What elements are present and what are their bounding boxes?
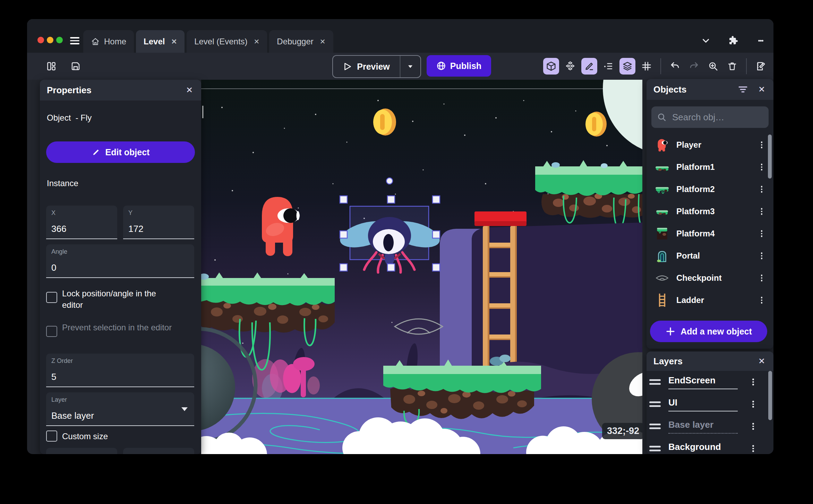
object-row-menu-icon[interactable] [761,185,763,194]
z-order-field[interactable]: Z Order 5 [46,354,194,387]
object-row-menu-icon[interactable] [761,140,763,149]
layers-scrollbar[interactable] [768,371,772,420]
width-field-stub[interactable] [46,448,117,454]
more-menu-icon[interactable] [753,33,768,48]
object-row-menu-icon[interactable] [761,273,763,283]
layers-panel-toggle-icon[interactable] [619,58,635,75]
extensions-puzzle-icon[interactable] [726,33,741,48]
layer-row-menu-icon[interactable] [752,444,754,453]
custom-size-checkbox[interactable] [46,431,57,442]
drag-handle-icon[interactable] [649,444,661,453]
search-input[interactable] [671,112,753,123]
edit-object-button[interactable]: Edit object [46,141,195,163]
window-minimize-button[interactable] [47,37,53,43]
objects-panel-toggle-icon[interactable] [543,58,559,75]
plus-icon [665,326,676,337]
layer-name[interactable]: UI [668,397,738,411]
layer-name[interactable]: EndScreen [668,375,738,389]
zoom-in-icon[interactable] [705,58,721,75]
layer-select[interactable]: Layer Base layer [46,392,194,426]
drag-handle-icon[interactable] [649,399,661,409]
object-row-platform4[interactable]: Platform4 [647,223,773,245]
tab-home[interactable]: Home [83,30,134,53]
window-close-button[interactable] [37,37,44,43]
tab-label: Level (Events) [194,37,247,46]
layer-row-endscreen[interactable]: EndScreen [647,371,773,393]
prevent-selection-checkbox[interactable] [46,326,57,337]
object-row-menu-icon[interactable] [761,251,763,260]
drag-handle-icon[interactable] [649,422,661,431]
x-field-value[interactable]: 366 [51,224,66,234]
object-row-checkpoint[interactable]: Checkpoint [647,267,773,289]
object-row-platform2[interactable]: Platform2 [647,178,773,200]
angle-field[interactable]: Angle 0 [46,244,194,278]
layer-name[interactable]: Base layer [668,419,738,434]
layer-select-value[interactable]: Base layer [51,410,94,421]
angle-field-value[interactable]: 0 [51,262,56,273]
publish-button[interactable]: Publish [427,55,491,77]
y-field[interactable]: Y 172 [123,206,194,239]
close-icon[interactable]: ✕ [757,355,767,367]
undo-icon[interactable] [667,58,683,75]
properties-panel-toggle-icon[interactable] [581,58,597,75]
layer-row-background[interactable]: Background [647,437,773,454]
layer-row-menu-icon[interactable] [752,377,754,386]
filter-icon[interactable] [738,85,748,94]
layer-row-base-layer[interactable]: Base layer [647,415,773,437]
preview-button-main[interactable]: Preview [333,56,400,77]
object-groups-icon[interactable] [562,58,578,75]
save-icon[interactable] [68,58,84,75]
tab-level-events[interactable]: Level (Events) ✕ [187,30,267,53]
redo-icon[interactable] [686,58,702,75]
scene-canvas[interactable]: 332;-92 [201,80,642,454]
lock-position-checkbox[interactable] [46,292,57,303]
coin-instance-2[interactable] [585,112,607,137]
close-icon[interactable]: ✕ [757,83,767,96]
y-field-value[interactable]: 172 [128,224,143,234]
add-object-button[interactable]: Add a new object [650,321,767,342]
chevron-down-icon[interactable] [180,406,189,412]
layer-name[interactable]: Background [668,442,738,454]
tab-close-icon[interactable]: ✕ [254,37,260,46]
z-order-field-label: Z Order [51,357,73,365]
main-menu-icon[interactable] [70,35,79,46]
tab-close-icon[interactable]: ✕ [171,37,177,46]
instances-list-icon[interactable] [600,58,616,75]
objects-scrollbar[interactable] [768,134,772,179]
preview-dropdown-caret[interactable] [400,56,420,77]
object-row-menu-icon[interactable] [761,229,763,238]
tab-close-icon[interactable]: ✕ [320,37,326,46]
drag-handle-icon[interactable] [649,377,661,387]
object-row-menu-icon[interactable] [761,163,763,172]
checkpoint-thumbnail [655,271,669,285]
layer-row-ui[interactable]: UI [647,393,773,415]
height-field-stub[interactable] [123,448,194,454]
tab-level[interactable]: Level ✕ [136,30,185,53]
edit-scene-properties-icon[interactable] [753,58,769,75]
platform3-thumbnail [655,204,669,219]
search-box[interactable] [651,106,769,128]
window-zoom-button[interactable] [56,37,63,43]
z-order-field-value[interactable]: 5 [51,372,56,382]
collapse-chevron-icon[interactable] [698,33,713,48]
properties-title: Properties [47,85,185,96]
object-row-ladder[interactable]: Ladder [647,289,773,311]
editor-toolbar-icons [543,58,769,75]
object-row-menu-icon[interactable] [761,296,763,305]
close-icon[interactable]: ✕ [185,84,194,96]
delete-trash-icon[interactable] [724,58,740,75]
grid-icon[interactable] [639,58,654,75]
object-row-portal[interactable]: Portal [647,245,773,267]
layer-row-menu-icon[interactable] [752,422,754,431]
layer-row-menu-icon[interactable] [752,400,754,409]
coin-instance-1[interactable] [373,108,396,136]
object-row-platform1[interactable]: Platform1 [647,156,773,178]
object-row-platform3[interactable]: Platform3 [647,200,773,223]
object-row-player[interactable]: Player [647,134,773,156]
tab-debugger[interactable]: Debugger ✕ [269,30,333,53]
objects-panel: Objects ✕ Player Platform1 Platform2 Pla… [647,79,773,349]
panels-layout-icon[interactable] [43,58,59,75]
preview-button[interactable]: Preview [332,55,421,78]
object-row-menu-icon[interactable] [761,207,763,216]
x-field[interactable]: X 366 [46,206,117,239]
